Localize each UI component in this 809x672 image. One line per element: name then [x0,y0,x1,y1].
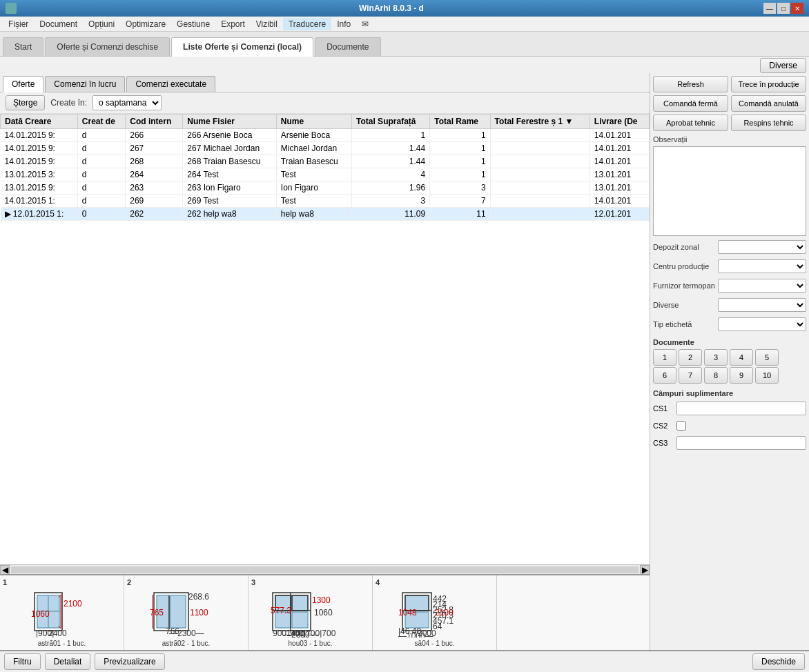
table-container[interactable]: Dată Creare Creat de Cod intern Nume Fis… [0,114,650,564]
subtab-comenzi-executate[interactable]: Comenzi executate [126,76,215,92]
close-button[interactable]: ✕ [791,3,803,14]
cs2-checkbox[interactable] [676,421,686,431]
cell-date: 14.01.2015 9: [1,142,78,155]
cell-ferestre [490,168,589,181]
menu-optiuni[interactable]: Opțiuni [83,18,120,30]
menu-email[interactable]: ✉ [356,18,374,30]
table-row[interactable]: 13.01.2015 9: d 263 263 Ion Figaro Ion F… [1,181,650,195]
cell-created: d [77,142,125,155]
cell-livrare: 14.01.201 [589,129,649,142]
minimize-button[interactable]: — [763,3,776,14]
sterge-button[interactable]: Șterge [6,95,45,110]
menu-info[interactable]: Info [331,18,356,30]
menu-export[interactable]: Export [215,18,251,30]
table-row[interactable]: 14.01.2015 9: d 268 268 Traian Basescu T… [1,155,650,168]
cell-date: 13.01.2015 3: [1,168,78,181]
table-row[interactable]: 13.01.2015 3: d 264 264 Test Test 4 1 13… [1,168,650,181]
cell-livrare: 14.01.201 [589,142,649,155]
col-fisier[interactable]: Nume Fisier [183,115,277,129]
table-row[interactable]: 14.01.2015 9: d 267 267 Michael Jordan M… [1,142,650,155]
col-suprafata[interactable]: Total Suprafață [352,115,430,129]
menu-vizibil[interactable]: Vizibil [251,18,283,30]
respins-button[interactable]: Respins tehnic [731,115,806,131]
doc-btn-8[interactable]: 8 [704,367,728,384]
col-rame[interactable]: Total Rame [430,115,490,129]
cell-suprafata: 1.96 [352,181,430,195]
aprobat-button[interactable]: Aprobat tehnic [653,115,728,131]
svg-text:—1000—: —1000— [398,631,433,638]
col-cod[interactable]: Cod intern [126,115,183,129]
tab-start[interactable]: Start [3,37,43,56]
doc-btn-10[interactable]: 10 [755,367,779,384]
diverse-select[interactable] [718,298,806,312]
cell-cod: 269 [126,195,183,208]
doc-btn-4[interactable]: 4 [730,349,753,366]
comanda-anulata-button[interactable]: Comandă anulată [731,95,806,112]
col-created[interactable]: Creat de [77,115,125,129]
cell-suprafata: 3 [352,195,430,208]
hscroll-track[interactable] [11,566,639,573]
col-date[interactable]: Dată Creare [1,115,78,129]
furnizor-select[interactable] [718,279,806,293]
maximize-button[interactable]: □ [777,3,790,14]
observations-textarea[interactable] [653,146,806,236]
diverse-top-button[interactable]: Diverse [760,58,806,73]
col-ferestre[interactable]: Total Ferestre ș 1 ▼ [490,115,589,129]
refresh-button[interactable]: Refresh [653,76,728,92]
centru-select[interactable] [718,259,806,273]
deschide-button[interactable]: Deschide [752,653,805,670]
tab-documente[interactable]: Documente [315,37,380,56]
depozit-label: Depozit zonal [653,243,715,251]
doc-btn-9[interactable]: 9 [730,367,753,384]
subtab-comenzi-lucru[interactable]: Comenzi în lucru [45,76,125,92]
table-row[interactable]: 14.01.2015 1: d 269 269 Test Test 3 7 14… [1,195,650,208]
doc-btn-1[interactable]: 1 [653,349,676,366]
tip-row: Tip etichetă [653,317,806,331]
cell-nume: Test [276,195,351,208]
horizontal-scrollbar[interactable]: ◀ ▶ [0,564,650,574]
previzualizare-button[interactable]: Previzualizare [95,653,164,670]
svg-rect-25 [292,612,308,628]
preview-panel: 1 1060 2100 2400 [0,574,650,650]
col-livrare[interactable]: Livrare (De [589,115,649,129]
cell-nume: Arsenie Boca [276,129,351,142]
filtru-button[interactable]: Filtru [4,653,41,670]
cs1-input[interactable] [676,402,806,415]
main-tabstrip: Start Oferte și Comenzi deschise Liste O… [0,32,809,57]
cell-ferestre [490,129,589,142]
svg-text:—2300—: —2300— [169,629,204,638]
doc-btn-3[interactable]: 3 [704,349,728,366]
tab-oferte-comenzi[interactable]: Oferte și Comenzi deschise [45,37,170,56]
doc-btn-5[interactable]: 5 [755,349,779,366]
cell-rame: 1 [430,168,490,181]
menu-fisier[interactable]: Fișier [3,18,34,30]
detaliat-button[interactable]: Detaliat [45,653,91,670]
cell-ferestre [490,208,589,221]
tip-select[interactable] [718,317,806,331]
col-nume[interactable]: Nume [276,115,351,129]
menu-gestiune[interactable]: Gestiune [171,18,215,30]
scroll-right-btn[interactable]: ▶ [640,565,650,575]
doc-btn-6[interactable]: 6 [653,367,676,384]
comanda-ferma-button[interactable]: Comandă fermă [653,95,728,112]
depozit-select[interactable] [718,240,806,254]
tab-liste-oferte[interactable]: Liste Oferte și Comenzi (local) [171,37,313,57]
scroll-left-btn[interactable]: ◀ [0,565,10,575]
orders-table: Dată Creare Creat de Cod intern Nume Fis… [0,114,650,221]
cell-rame: 3 [430,181,490,195]
trece-button[interactable]: Trece în producție [731,76,806,92]
cs3-input[interactable] [676,436,806,450]
menu-document[interactable]: Document [34,18,83,30]
create-select[interactable]: o saptamana [92,95,162,110]
preview-drawing-2: 765 766 1100 —2300— 268.6 [148,586,224,640]
doc-buttons: 1 2 3 4 5 6 7 8 9 10 [653,349,806,384]
menu-traducere[interactable]: Traducere [283,18,331,30]
table-row[interactable]: 14.01.2015 9: d 266 266 Arsenie Boca Ars… [1,129,650,142]
subtab-oferte[interactable]: Oferte [3,76,43,92]
menu-optimizare[interactable]: Optimizare [120,18,171,30]
doc-btn-7[interactable]: 7 [679,367,702,384]
doc-btn-2[interactable]: 2 [679,349,702,366]
cell-rame: 1 [430,129,490,142]
svg-text:765: 765 [150,608,164,617]
table-row[interactable]: ▶ 12.01.2015 1: 0 262 262 help wa8 help … [1,208,650,221]
